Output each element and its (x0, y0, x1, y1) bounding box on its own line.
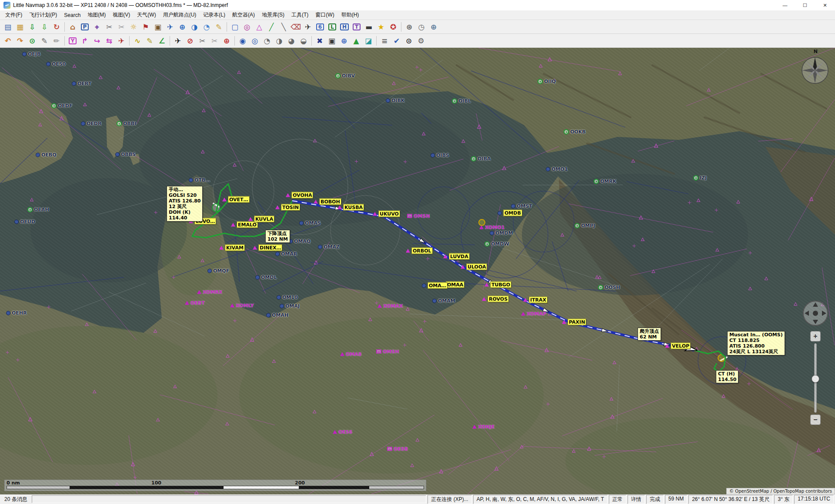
highlight-star-icon[interactable]: ★ (375, 21, 387, 33)
waypoint-OMAQ[interactable]: OMAQ (288, 239, 311, 244)
userpoint-icon[interactable]: ⚑ (140, 21, 152, 33)
waypoint-XONJE[interactable]: XONJE (472, 424, 494, 430)
menu-item-0[interactable]: 文件(F) (2, 10, 26, 20)
procedures-icon[interactable]: Y (67, 35, 79, 47)
waypoint-PAXIN[interactable]: PAXIN (562, 319, 586, 325)
map-canvas[interactable]: OEJBOE50OERTOEDFOEDROBBIOBBSOEBQOEAHOEUD… (0, 48, 835, 494)
waypoint-TUBGO[interactable]: TUBGO (484, 282, 511, 288)
waypoint-OOKB[interactable]: OOKB (564, 129, 586, 135)
waypoint-OMPJ[interactable]: OMPJ (574, 223, 595, 229)
waypoint-OMO1[interactable]: OMO1 (546, 166, 568, 172)
waypoint-OIBV[interactable]: OIBV (335, 73, 355, 79)
waypoint-OEUD[interactable]: OEUD (14, 219, 35, 225)
waypoint-OOSH[interactable]: OOSH (598, 285, 620, 290)
database-icon[interactable]: ≡ (378, 35, 391, 47)
waypoint-OIBA[interactable]: OIBA (471, 156, 491, 162)
maximize-button[interactable]: ☐ (795, 0, 815, 10)
waypoint-XOMAX[interactable]: XOMAX (377, 303, 403, 309)
label-airport-icon[interactable]: L (326, 21, 338, 33)
close-button[interactable]: ✕ (815, 0, 835, 10)
options-gear-icon[interactable]: ⚙ (415, 35, 427, 47)
hold-icon[interactable]: 6 (314, 21, 326, 33)
zoom-flightplan-icon[interactable]: ⊙ (26, 35, 38, 47)
waypoint-KIVAM[interactable]: KIVAM (219, 245, 245, 251)
disable-icon[interactable]: ⊘ (184, 35, 196, 47)
waypoint-ORBOL[interactable]: ORBOL (406, 248, 433, 254)
waypoint-OMAR[interactable]: OMAR (275, 251, 297, 257)
redo-icon[interactable]: ↷ (14, 35, 26, 47)
copy-legs-icon[interactable]: ✂ (115, 21, 127, 33)
measure-gc-icon[interactable]: ╲ (277, 21, 290, 33)
waypoint-OVET[interactable]: OVET… (222, 196, 250, 203)
menu-item-6[interactable]: 用户航路点(U) (160, 10, 200, 20)
compass-rose-icon[interactable]: ✪ (387, 21, 399, 33)
waypoint-KUSBA[interactable]: KUSBA (337, 204, 364, 211)
waypoint-OM10[interactable]: OM10 (277, 295, 298, 300)
cut-leg-icon[interactable]: ✂ (208, 35, 220, 47)
zoom-slider-knob[interactable] (812, 375, 819, 383)
waypoint-OERT[interactable]: OERT (72, 81, 91, 86)
menu-item-7[interactable]: 记录本(L) (200, 10, 229, 20)
waypoint-KUVLA[interactable]: KUVLA (248, 216, 274, 222)
waypoint-OMST[interactable]: OMST (511, 203, 532, 209)
menu-item-8[interactable]: 航空器(A) (229, 10, 258, 20)
navaid-vor-icon[interactable]: ◉ (237, 35, 249, 47)
menu-item-10[interactable]: 工具(T) (288, 10, 312, 20)
waypoint-OMAS[interactable]: OMAS (299, 220, 321, 226)
menu-item-1[interactable]: 飞行计划(P) (26, 10, 60, 20)
cut-route-icon[interactable]: ✂ (196, 35, 208, 47)
online-network-icon[interactable]: ⊕ (428, 21, 440, 33)
runway-label-icon[interactable]: ▬ (363, 21, 375, 33)
weather-icon[interactable]: ☼ (127, 21, 140, 33)
waypoint-OMAH[interactable]: OMAH (266, 312, 288, 318)
waypoint-ULOOA[interactable]: ULOOA (461, 264, 487, 270)
waypoint-OMDM[interactable]: OMDM (490, 230, 513, 236)
waypoint-OMAJ[interactable]: OMAJ (280, 303, 300, 309)
grid-toggle-icon[interactable]: ✖ (314, 35, 326, 47)
menu-item-3[interactable]: 地图(M) (84, 10, 109, 20)
undo-icon[interactable]: ↶ (2, 35, 14, 47)
ils-loc-icon[interactable]: ◒ (297, 35, 310, 47)
traffic-pattern-icon[interactable]: ✈ (302, 21, 314, 33)
waypoint-XOMRX[interactable]: XOMRX (197, 289, 222, 295)
elevation-profile-icon[interactable]: ◪ (362, 35, 374, 47)
waypoint-TOSIN[interactable]: TOSIN (275, 204, 300, 211)
window-layout-icon[interactable]: ▣ (326, 35, 338, 47)
copter-mark-icon[interactable]: ⊕ (220, 35, 233, 47)
waypoint-OMDW[interactable]: OMDW (484, 241, 509, 247)
waypoint-XOMAP[interactable]: XOMAP (521, 311, 546, 317)
sid-star-icon[interactable]: ↱ (79, 35, 91, 47)
webserver-icon[interactable]: ⊛ (403, 21, 415, 33)
label-heading-icon[interactable]: H (338, 21, 351, 33)
save-flightplan-icon[interactable]: ⇩ (26, 21, 38, 33)
parking-position-icon[interactable]: P (79, 21, 91, 33)
waypoint-VELOP[interactable]: VELOP (665, 343, 691, 349)
edit-remarks-icon[interactable]: ✏ (50, 35, 63, 47)
waypoint-XOMO1[interactable]: XOMO1 (479, 225, 504, 230)
waypoint-OIBS[interactable]: OIBS (431, 153, 449, 158)
waypoint-OEBQ[interactable]: OEBQ (36, 152, 57, 158)
waypoint-OBBI[interactable]: OBBI (117, 121, 136, 126)
waypoint-OMDB[interactable]: OMDB (498, 210, 522, 216)
online-globe-icon[interactable]: ⊕ (176, 21, 188, 33)
waypoint-OIBK[interactable]: OIBK (386, 98, 404, 103)
menu-item-11[interactable]: 窗口(W) (312, 10, 337, 20)
waypoint-OEBT[interactable]: OEBT (185, 300, 205, 306)
route-reverse-icon[interactable]: ⇆ (103, 35, 115, 47)
msa-diagram-icon[interactable]: △ (253, 21, 265, 33)
waypoint-OE50[interactable]: OE50 (46, 61, 66, 67)
range-rings-icon[interactable]: ◎ (241, 21, 253, 33)
delete-marks-icon[interactable]: ⌫ (290, 21, 302, 33)
select-rect-icon[interactable]: ▢ (229, 21, 241, 33)
waypoint-OE56[interactable]: OE56 (333, 429, 352, 435)
waypoint-LUVDA[interactable]: LUVDA (443, 253, 470, 260)
waypoint-IZJ[interactable]: IZJ (693, 175, 707, 181)
zoom-slider[interactable] (814, 343, 817, 413)
waypoint-OMQF[interactable]: OMQF (207, 268, 229, 274)
waypoint-DINEX[interactable]: DINEX… (253, 245, 282, 251)
waypoint-ITRAX[interactable]: ITRAX (523, 297, 548, 303)
open-flightplan-icon[interactable]: ▦ (14, 21, 26, 33)
label-text-icon[interactable]: T (351, 21, 363, 33)
minimize-button[interactable]: — (775, 0, 795, 10)
waypoint-OMA[interactable]: OMA… (422, 282, 448, 289)
